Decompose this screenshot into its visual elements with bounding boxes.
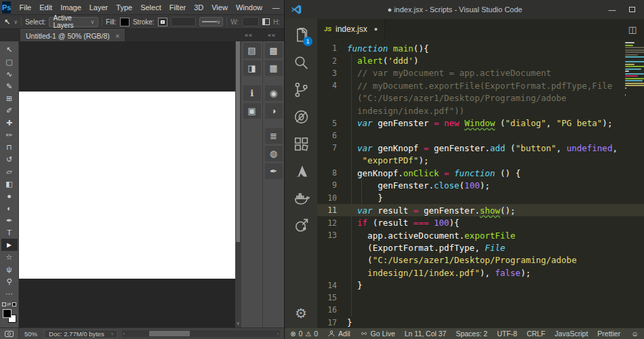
hand-tool[interactable]: ψ: [1, 263, 18, 275]
code-line[interactable]: 15: [317, 292, 644, 304]
go-live-button[interactable]: Go Live: [360, 330, 395, 338]
code-line[interactable]: 2 alert('ddd'): [317, 54, 644, 66]
eyedropper-tool[interactable]: ✐: [1, 104, 18, 117]
explorer-icon[interactable]: 1: [285, 22, 317, 49]
panel-layers[interactable]: ≣: [265, 128, 283, 144]
document-info[interactable]: Doc: 2.77M/0 bytes ›: [44, 330, 118, 338]
code-line[interactable]: 1function main(){: [317, 42, 644, 54]
menu-layer[interactable]: Layer: [85, 1, 113, 14]
menu-filter[interactable]: Filter: [165, 1, 190, 14]
code-line[interactable]: indesign/index.pdf")): [317, 104, 644, 117]
eraser-tool[interactable]: ▱: [1, 165, 18, 178]
code-line[interactable]: 4 // myDocument.exportFile(ExportFormat.…: [317, 79, 644, 92]
problems-button[interactable]: ⊗ 0 ⚠ 0: [290, 330, 318, 338]
vscode-maximize-button[interactable]: [622, 0, 643, 19]
select-mode-dropdown[interactable]: Active Layers ∨: [49, 17, 98, 27]
brush-tool[interactable]: ✏: [1, 129, 18, 141]
scroll-left-icon[interactable]: ‹: [123, 332, 125, 336]
language-mode[interactable]: JavaScript: [555, 330, 588, 338]
pen-tool[interactable]: ✒: [1, 214, 18, 226]
foreground-background-swatches[interactable]: [3, 309, 16, 323]
menu-3d[interactable]: 3D: [190, 1, 207, 14]
document-artboard[interactable]: [19, 92, 235, 279]
stroke-style-dropdown[interactable]: ∨: [199, 17, 224, 26]
code-area[interactable]: 1function main(){2 alert('ddd')3 // var …: [317, 42, 644, 328]
current-tool-icon[interactable]: ↖: [4, 18, 10, 26]
fill-swatch[interactable]: [120, 18, 129, 26]
code-line[interactable]: 14 }: [317, 279, 644, 291]
zoom-level[interactable]: 50%: [19, 330, 44, 338]
panel-channels[interactable]: ◍: [265, 146, 283, 161]
debug-icon[interactable]: [285, 103, 317, 130]
code-editor[interactable]: 1function main(){2 alert('ddd')3 // var …: [317, 39, 644, 328]
marquee-tool[interactable]: ▢: [1, 56, 18, 68]
panel-swatches[interactable]: ▦: [265, 60, 283, 76]
panel-creative-cloud[interactable]: ◉: [265, 85, 283, 101]
code-line[interactable]: 17}: [317, 317, 644, 328]
blur-tool[interactable]: ●: [1, 190, 18, 202]
feedback-smiley-icon[interactable]: ☺: [631, 330, 639, 338]
formatter-button[interactable]: Prettier: [597, 330, 620, 338]
vscode-minimize-button[interactable]: —: [602, 0, 622, 19]
foreground-color-swatch[interactable]: [3, 309, 12, 318]
code-line[interactable]: (ExportFormat.pdfType, File: [317, 241, 644, 254]
ps-minimize-button[interactable]: —: [268, 0, 284, 14]
shape-tool[interactable]: ☆: [1, 251, 18, 263]
width-field[interactable]: [242, 17, 259, 26]
search-icon[interactable]: [285, 49, 317, 76]
cursor-position[interactable]: Ln 11, Col 37: [405, 330, 447, 338]
code-line[interactable]: 5 var genFenster = new Window ("dialog",…: [317, 117, 644, 129]
path-selection-tool[interactable]: ►: [1, 239, 18, 251]
code-line[interactable]: 6: [317, 129, 644, 142]
quick-selection-tool[interactable]: ✎: [1, 80, 18, 92]
code-line[interactable]: 12 if (result === 100){: [317, 216, 644, 228]
swap-colors-icon[interactable]: ⇄: [2, 302, 17, 307]
lasso-tool[interactable]: ∿: [1, 68, 18, 80]
document-close-icon[interactable]: ×: [115, 32, 119, 40]
crop-tool[interactable]: ⊞: [1, 92, 18, 104]
stroke-swatch[interactable]: [158, 18, 167, 26]
menu-window[interactable]: Window: [232, 1, 266, 14]
menu-select[interactable]: Select: [136, 1, 165, 14]
code-line[interactable]: indesign/11/index.pdf"), false);: [317, 266, 644, 279]
indentation-setting[interactable]: Spaces: 2: [456, 330, 487, 338]
canvas-horizontal-scrollbar[interactable]: ‹ ›: [122, 330, 280, 337]
settings-gear-icon[interactable]: ⚙: [285, 301, 317, 325]
tab-index-jsx[interactable]: JS index.jsx ●: [317, 19, 385, 39]
code-line[interactable]: 11 var result = genFenster.show();: [317, 204, 644, 216]
menu-type[interactable]: Type: [112, 1, 136, 14]
extensions-icon[interactable]: [285, 130, 317, 157]
code-runner-icon[interactable]: [285, 212, 317, 239]
code-line[interactable]: 9 genFenster.close(100);: [317, 179, 644, 191]
code-line[interactable]: 3 // var myDocument = app.activeDocument: [317, 67, 644, 79]
code-line[interactable]: 10 }: [317, 192, 644, 204]
code-line[interactable]: ("C:/Users/azer1/Desktop/Programing/adob…: [317, 254, 644, 266]
move-tool[interactable]: ↖: [1, 43, 18, 56]
scrollbar-thumb[interactable]: [149, 331, 190, 336]
link-dimensions-icon[interactable]: [262, 18, 270, 25]
healing-brush-tool[interactable]: ✚: [1, 117, 18, 129]
default-colors-icon[interactable]: [2, 302, 6, 306]
code-line[interactable]: 7 var genKnopf = genFenster.add ("button…: [317, 142, 644, 154]
modified-dot-icon[interactable]: ●: [374, 26, 378, 33]
panel-color[interactable]: ▩: [265, 43, 283, 58]
code-line[interactable]: 16: [317, 304, 644, 316]
code-line[interactable]: 8 genKnopf.onClick = function () {: [317, 167, 644, 179]
stroke-width-field[interactable]: [171, 17, 196, 26]
history-brush-tool[interactable]: ↺: [1, 153, 18, 165]
account-button[interactable]: Adil: [327, 330, 350, 338]
menu-view[interactable]: View: [207, 1, 232, 14]
gradient-tool[interactable]: ◧: [1, 178, 18, 190]
menu-edit[interactable]: Edit: [35, 1, 56, 14]
menu-image[interactable]: Image: [56, 1, 85, 14]
panel-adjustments[interactable]: ▤: [243, 43, 261, 58]
code-line[interactable]: ("C:/Users/azer1/Desktop/Programing/adob…: [317, 92, 644, 104]
eol-setting[interactable]: CRLF: [527, 330, 545, 338]
dodge-tool[interactable]: ◐: [1, 202, 18, 214]
menu-file[interactable]: File: [15, 1, 35, 14]
code-line[interactable]: "exportPDf");: [317, 155, 644, 167]
quick-mask-button[interactable]: [0, 328, 19, 339]
docker-icon[interactable]: [285, 184, 317, 212]
encoding-setting[interactable]: UTF-8: [497, 330, 517, 338]
scrollbar-thumb[interactable]: [236, 41, 240, 242]
